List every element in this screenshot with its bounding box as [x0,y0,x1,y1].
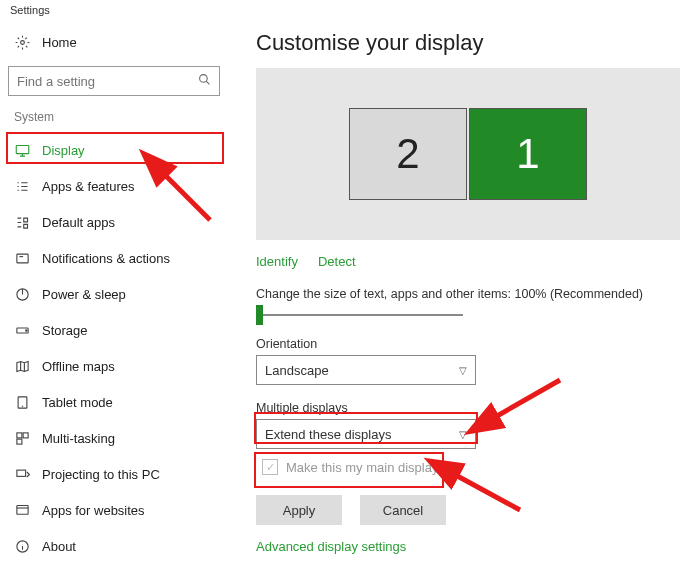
make-main-display-checkbox: ✓ Make this my main display [256,449,444,485]
sidebar-item-label: Offline maps [42,359,115,374]
storage-icon [14,323,30,338]
svg-rect-12 [16,505,27,514]
default-apps-icon [14,215,30,230]
svg-rect-9 [23,432,28,437]
svg-point-1 [200,75,208,83]
svg-rect-8 [16,432,21,437]
chevron-down-icon: ▽ [459,365,467,376]
display-arrangement[interactable]: 2 1 [256,68,680,240]
multiple-displays-value: Extend these displays [265,427,391,442]
sidebar-item-label: Default apps [42,215,115,230]
scale-slider[interactable] [256,305,680,325]
list-icon [14,179,30,194]
svg-point-0 [20,40,24,44]
svg-rect-11 [16,470,25,476]
multitask-icon [14,431,30,446]
multiple-displays-select[interactable]: Extend these displays ▽ [256,419,476,449]
svg-rect-3 [16,254,27,263]
make-main-display-label: Make this my main display [286,460,438,475]
svg-rect-2 [16,145,29,153]
sidebar-item-label: Multi-tasking [42,431,115,446]
sidebar-item-label: Tablet mode [42,395,113,410]
apply-button[interactable]: Apply [256,495,342,525]
sidebar-item-projecting[interactable]: Projecting to this PC [8,456,220,492]
sidebar-item-label: Apps for websites [42,503,145,518]
scale-label: Change the size of text, apps and other … [256,287,680,301]
slider-track [263,314,463,316]
search-field[interactable] [17,74,198,89]
sidebar-item-apps-websites[interactable]: Apps for websites [8,492,220,528]
monitor-1[interactable]: 1 [469,108,587,200]
detect-link[interactable]: Detect [318,254,356,269]
sidebar-item-power-sleep[interactable]: Power & sleep [8,276,220,312]
main-content: Customise your display 2 1 Identify Dete… [228,24,700,563]
web-apps-icon [14,503,30,518]
monitor-icon [14,143,30,158]
checkbox-icon: ✓ [262,459,278,475]
search-icon [198,73,211,89]
home-label: Home [42,35,77,50]
sidebar-item-display[interactable]: Display [8,132,220,168]
sidebar-item-label: Projecting to this PC [42,467,160,482]
sidebar-item-offline-maps[interactable]: Offline maps [8,348,220,384]
sidebar-item-label: Apps & features [42,179,135,194]
sidebar: Home System Display Apps & features Defa… [0,24,228,563]
monitor-2[interactable]: 2 [349,108,467,200]
advanced-display-settings-link[interactable]: Advanced display settings [256,539,406,554]
orientation-select[interactable]: Landscape ▽ [256,355,476,385]
svg-rect-10 [16,439,21,444]
power-icon [14,287,30,302]
sidebar-item-label: About [42,539,76,554]
svg-point-6 [25,329,26,330]
maps-icon [14,359,30,374]
home-nav[interactable]: Home [8,24,220,60]
sidebar-item-label: Notifications & actions [42,251,170,266]
cancel-button[interactable]: Cancel [360,495,446,525]
chevron-down-icon: ▽ [459,429,467,440]
orientation-label: Orientation [256,337,680,351]
sidebar-item-label: Storage [42,323,88,338]
slider-thumb[interactable] [256,305,263,325]
tablet-icon [14,395,30,410]
project-icon [14,467,30,482]
window-title: Settings [0,0,700,24]
search-input[interactable] [8,66,220,96]
orientation-value: Landscape [265,363,329,378]
sidebar-item-default-apps[interactable]: Default apps [8,204,220,240]
identify-link[interactable]: Identify [256,254,298,269]
sidebar-item-apps-features[interactable]: Apps & features [8,168,220,204]
gear-icon [14,35,30,50]
sidebar-item-storage[interactable]: Storage [8,312,220,348]
sidebar-item-label: Power & sleep [42,287,126,302]
multiple-displays-label: Multiple displays [256,401,680,415]
page-title: Customise your display [256,30,680,56]
about-icon [14,539,30,554]
sidebar-item-notifications[interactable]: Notifications & actions [8,240,220,276]
category-label: System [8,104,220,132]
notification-icon [14,251,30,266]
sidebar-item-tablet-mode[interactable]: Tablet mode [8,384,220,420]
sidebar-item-multitasking[interactable]: Multi-tasking [8,420,220,456]
sidebar-item-about[interactable]: About [8,528,220,563]
sidebar-item-label: Display [42,143,85,158]
